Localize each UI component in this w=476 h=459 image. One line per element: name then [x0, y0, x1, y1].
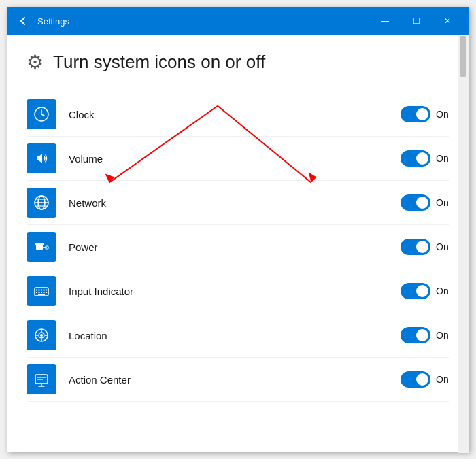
clock-icon-box — [27, 99, 56, 129]
network-toggle[interactable] — [401, 194, 430, 211]
input-indicator-label: Input Indicator — [69, 286, 401, 297]
power-icon — [33, 239, 50, 255]
location-toggle[interactable] — [401, 327, 430, 343]
input-indicator-toggle-container: On — [401, 283, 449, 299]
svg-rect-12 — [39, 290, 40, 291]
window-title: Settings — [37, 16, 369, 27]
action-center-icon-box — [27, 364, 56, 394]
input-indicator-toggle-label: On — [436, 286, 449, 296]
clock-toggle[interactable] — [401, 106, 430, 122]
svg-rect-6 — [36, 245, 43, 250]
location-item: Location On — [27, 313, 449, 358]
svg-point-24 — [40, 334, 43, 337]
clock-toggle-label: On — [436, 109, 449, 120]
svg-rect-7 — [35, 243, 44, 245]
clock-icon — [33, 106, 50, 122]
clock-label: Clock — [69, 109, 401, 120]
input-indicator-toggle[interactable] — [401, 283, 430, 299]
svg-rect-18 — [41, 292, 42, 293]
svg-rect-13 — [41, 290, 42, 291]
volume-item: Volume On — [27, 137, 449, 181]
action-center-label: Action Center — [69, 374, 401, 386]
svg-rect-20 — [46, 292, 47, 293]
network-label: Network — [69, 197, 401, 209]
settings-list: Clock On Volume On — [27, 92, 449, 402]
window-controls: — ☐ ✕ — [369, 7, 463, 35]
power-item: Power On — [27, 225, 449, 269]
network-item: Network On — [27, 181, 449, 225]
power-toggle-label: On — [436, 241, 449, 252]
location-icon-box — [27, 320, 56, 350]
power-toggle[interactable] — [401, 239, 430, 255]
svg-rect-19 — [44, 292, 45, 293]
svg-rect-16 — [36, 292, 37, 293]
power-toggle-container: On — [401, 239, 449, 255]
maximize-button[interactable]: ☐ — [401, 7, 432, 35]
svg-rect-15 — [46, 290, 47, 291]
location-toggle-container: On — [401, 327, 449, 343]
svg-rect-11 — [36, 290, 37, 291]
title-bar: Settings — ☐ ✕ — [7, 7, 469, 35]
volume-toggle-container: On — [401, 150, 449, 167]
action-center-toggle-label: On — [436, 374, 449, 385]
content-area: ⚙ Turn system icons on or off Clock On — [7, 35, 469, 452]
settings-icon: ⚙ — [27, 51, 44, 73]
volume-icon-box — [27, 143, 56, 173]
network-icon — [33, 194, 50, 211]
action-center-toggle[interactable] — [401, 371, 430, 388]
keyboard-icon — [33, 283, 50, 299]
volume-icon — [33, 150, 50, 167]
svg-rect-17 — [39, 292, 40, 293]
action-center-item: Action Center On — [27, 358, 449, 402]
volume-toggle-label: On — [436, 153, 449, 164]
action-center-icon — [33, 371, 50, 388]
power-icon-box — [27, 232, 56, 262]
input-indicator-item: Input Indicator On — [27, 269, 449, 313]
svg-rect-21 — [38, 294, 45, 296]
clock-item: Clock On — [27, 92, 449, 137]
action-center-toggle-container: On — [401, 371, 449, 388]
location-label: Location — [69, 330, 401, 341]
back-button[interactable] — [13, 11, 33, 31]
volume-toggle[interactable] — [401, 150, 430, 167]
page-title: Turn system icons on or off — [53, 52, 265, 73]
location-toggle-label: On — [436, 330, 449, 341]
close-button[interactable]: ✕ — [432, 7, 463, 35]
minimize-button[interactable]: — — [369, 7, 401, 35]
location-icon — [33, 327, 50, 343]
svg-rect-14 — [44, 290, 45, 291]
volume-label: Volume — [69, 153, 401, 165]
network-toggle-container: On — [401, 194, 449, 211]
power-label: Power — [69, 241, 401, 253]
network-toggle-label: On — [436, 197, 449, 208]
input-indicator-icon-box — [27, 276, 56, 306]
clock-toggle-container: On — [401, 106, 449, 122]
page-header: ⚙ Turn system icons on or off — [27, 51, 449, 73]
network-icon-box — [27, 188, 56, 218]
settings-window: Settings — ☐ ✕ ⚙ Turn system icons on or… — [7, 7, 469, 452]
